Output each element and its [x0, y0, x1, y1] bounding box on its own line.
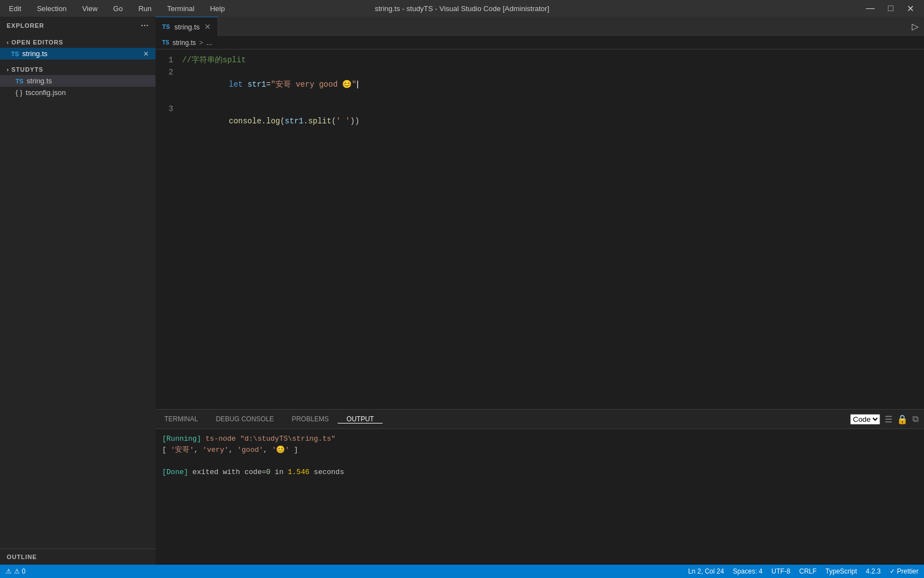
breadcrumb-more[interactable]: ... — [207, 39, 212, 47]
cursor — [357, 81, 358, 88]
status-prettier[interactable]: ✓ Prettier — [890, 567, 918, 575]
punct-dot2: . — [303, 117, 308, 126]
studyts-chevron-icon: › — [7, 66, 9, 73]
status-position[interactable]: Ln 2, Col 24 — [688, 567, 724, 575]
panel-tabs-area: TERMINAL DEBUG CONSOLE PROBLEMS OUTPUT — [155, 415, 850, 423]
breadcrumb-file[interactable]: string.ts — [173, 39, 196, 47]
output-comma3: , — [263, 446, 272, 454]
output-el2: 'very' — [203, 446, 229, 454]
tab-terminal[interactable]: TERMINAL — [155, 415, 207, 423]
code-line-3: 3 console.log(str1.split(' ')) — [155, 103, 924, 139]
outline-section: OUTLINE — [0, 549, 155, 565]
menu-selection[interactable]: Selection — [33, 3, 69, 14]
panel-list-icon[interactable]: ☰ — [885, 414, 892, 425]
open-editors-section: ‹ OPEN EDITORS TS string.ts ✕ — [0, 34, 155, 62]
tab-output[interactable]: OUTPUT — [338, 415, 383, 423]
output-comma2: , — [229, 446, 238, 454]
spaces-text: Spaces: 4 — [733, 567, 762, 575]
output-command: ts-node "d:\studyTS\string.ts" — [205, 435, 335, 443]
status-errors[interactable]: ⚠ ⚠ 0 — [6, 567, 26, 575]
panel-lock-icon[interactable]: 🔒 — [897, 414, 908, 425]
more-icon[interactable]: ··· — [141, 21, 149, 30]
studyts-header[interactable]: › STUDYTS — [0, 64, 155, 75]
editor-area: TS string.ts ✕ ▷ TS string.ts > ... 1 //… — [155, 17, 924, 565]
menu-view[interactable]: View — [79, 3, 101, 14]
ts-badge-2-icon: TS — [16, 78, 23, 84]
ts-badge-icon: TS — [11, 51, 19, 57]
error-count: ⚠ 0 — [14, 567, 26, 575]
output-running-label: [Running] — [162, 435, 205, 443]
output-line-2: [ '安哥', 'very', 'good', '😊' ] — [162, 445, 917, 456]
line-content-2: let str1="安哥 very good 😊" — [182, 66, 924, 103]
studyts-label: STUDYTS — [12, 66, 44, 73]
output-source-select[interactable]: Code — [850, 414, 880, 425]
status-version[interactable]: 4.2.3 — [866, 567, 881, 575]
open-editors-header[interactable]: ‹ OPEN EDITORS — [0, 37, 155, 48]
output-in-text: in — [270, 468, 288, 476]
tab-string-ts[interactable]: TS string.ts ✕ — [155, 17, 218, 36]
output-time-val: 1.546 — [288, 468, 309, 476]
menu-terminal[interactable]: Terminal — [164, 3, 198, 14]
punct-lparen: ( — [280, 117, 284, 126]
output-el3: 'good' — [237, 446, 263, 454]
breadcrumb: TS string.ts > ... — [155, 36, 924, 49]
version-text: 4.2.3 — [866, 567, 881, 575]
status-spaces[interactable]: Spaces: 4 — [733, 567, 762, 575]
punct-rp2: )) — [350, 117, 360, 126]
output-bracket-open: [ — [162, 446, 171, 454]
language-text: TypeScript — [826, 567, 857, 575]
status-encoding[interactable]: UTF-8 — [771, 567, 790, 575]
close-button[interactable]: ✕ — [902, 2, 918, 15]
close-editor-icon[interactable]: ✕ — [143, 50, 149, 58]
menu-run[interactable]: Run — [135, 3, 155, 14]
status-language[interactable]: TypeScript — [826, 567, 857, 575]
error-count-icon: ⚠ — [6, 567, 12, 575]
tab-bar: TS string.ts ✕ ▷ — [155, 17, 924, 36]
tab-close-icon[interactable]: ✕ — [204, 22, 211, 31]
line-ending-text: CRLF — [799, 567, 816, 575]
code-editor[interactable]: 1 //字符串的split 2 let str1="安哥 very good 😊… — [155, 49, 924, 409]
output-comma1: , — [194, 446, 203, 454]
menu-go[interactable]: Go — [110, 3, 126, 14]
breadcrumb-separator: > — [199, 39, 203, 47]
tab-ts-icon: TS — [162, 23, 170, 30]
output-exit-info: exited with code= — [193, 468, 267, 476]
line-number-2: 2 — [155, 66, 182, 78]
tree-item-tsconfig-name: tsconfig.json — [26, 88, 66, 97]
run-icon[interactable]: ▷ — [912, 21, 918, 32]
menu-edit[interactable]: Edit — [6, 3, 24, 14]
var-str1-2: str1 — [285, 117, 304, 126]
status-line-ending[interactable]: CRLF — [799, 567, 816, 575]
fn-log: log — [266, 117, 280, 126]
line-number-1: 1 — [155, 54, 182, 66]
title-bar: Edit Selection View Go Run Terminal Help… — [0, 0, 924, 17]
menu-help[interactable]: Help — [207, 3, 228, 14]
fn-console: console — [229, 117, 262, 126]
tab-actions: ▷ — [912, 17, 924, 36]
tab-filename: string.ts — [174, 23, 200, 31]
json-icon: { } — [16, 88, 22, 97]
output-bracket-close: ] — [289, 446, 298, 454]
minimize-button[interactable]: — — [861, 2, 879, 15]
open-editor-name: string.ts — [22, 49, 48, 58]
maximize-button[interactable]: □ — [883, 2, 898, 15]
explorer-icons: ··· — [141, 21, 149, 30]
explorer-header: EXPLORER ··· — [0, 17, 155, 34]
window-title: string.ts - studyTS - Visual Studio Code… — [375, 4, 549, 13]
panel-content: [Running] ts-node "d:\studyTS\string.ts"… — [155, 429, 924, 565]
output-el4: '😊' — [272, 446, 290, 454]
menu-bar: Edit Selection View Go Run Terminal Help — [6, 3, 228, 14]
code-line-2: 2 let str1="安哥 very good 😊" — [155, 66, 924, 103]
tab-problems[interactable]: PROBLEMS — [283, 415, 338, 423]
line-content-1: //字符串的split — [182, 54, 924, 66]
panel: TERMINAL DEBUG CONSOLE PROBLEMS OUTPUT C… — [155, 409, 924, 565]
tab-debug-console[interactable]: DEBUG CONSOLE — [207, 415, 283, 423]
open-editor-string-ts[interactable]: TS string.ts ✕ — [0, 48, 155, 59]
punct-dot: . — [262, 117, 266, 126]
tree-item-string-ts[interactable]: TS string.ts — [0, 75, 155, 87]
emoji-val: 😊 — [342, 80, 351, 89]
panel-copy-icon[interactable]: ⧉ — [912, 414, 918, 424]
outline-header[interactable]: OUTLINE — [0, 549, 155, 565]
fn-split: split — [308, 117, 332, 126]
tree-item-tsconfig[interactable]: { } tsconfig.json — [0, 87, 155, 98]
